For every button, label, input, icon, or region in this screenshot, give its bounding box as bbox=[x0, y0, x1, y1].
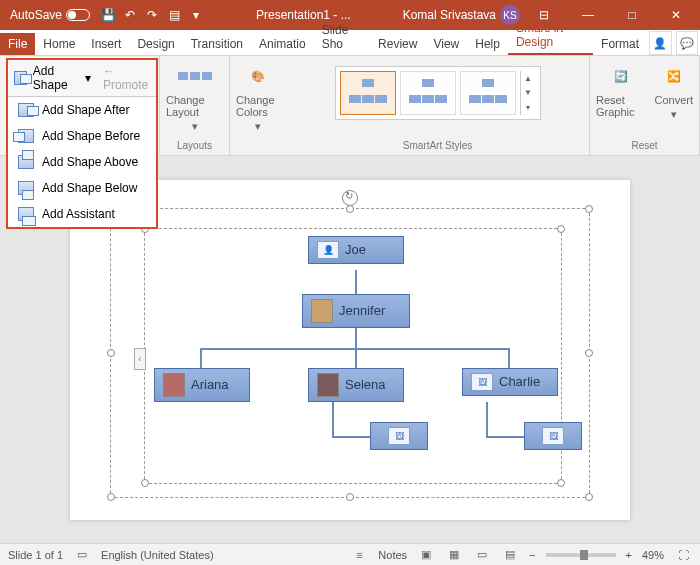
menu-add-assistant[interactable]: Add Assistant bbox=[8, 201, 156, 227]
chevron-down-icon: ▾ bbox=[192, 120, 198, 133]
language-indicator[interactable]: English (United States) bbox=[101, 549, 214, 561]
add-assistant-icon bbox=[18, 207, 34, 221]
node-label: Jennifer bbox=[339, 303, 385, 318]
comments-button[interactable]: 💬 bbox=[676, 31, 698, 55]
org-node-ariana[interactable]: Ariana bbox=[154, 368, 250, 402]
zoom-in-button[interactable]: + bbox=[626, 549, 632, 561]
picture-placeholder-icon: 🖼 bbox=[471, 373, 493, 391]
add-before-icon bbox=[18, 129, 34, 143]
tab-slideshow[interactable]: Slide Sho bbox=[314, 19, 370, 55]
org-node-joe[interactable]: 👤 Joe bbox=[308, 236, 404, 264]
smartart-styles-gallery[interactable]: ▲▼▾ bbox=[335, 66, 541, 120]
slideshow-view-icon[interactable]: ▤ bbox=[501, 547, 519, 563]
reset-icon: 🔄 bbox=[605, 60, 637, 92]
resize-handle[interactable] bbox=[557, 479, 565, 487]
tab-review[interactable]: Review bbox=[370, 33, 425, 55]
node-label: Joe bbox=[345, 242, 366, 257]
undo-icon[interactable]: ↶ bbox=[122, 7, 138, 23]
share-button[interactable]: 👤 bbox=[649, 31, 671, 55]
zoom-out-button[interactable]: − bbox=[529, 549, 535, 561]
chevron-down-icon: ▾ bbox=[85, 71, 91, 85]
save-icon[interactable]: 💾 bbox=[100, 7, 116, 23]
slide-sorter-icon[interactable]: ▦ bbox=[445, 547, 463, 563]
menu-add-shape-below[interactable]: Add Shape Below bbox=[8, 175, 156, 201]
org-node-blank[interactable]: 🖼 bbox=[524, 422, 582, 450]
promote-button: ← Promote bbox=[103, 64, 150, 92]
resize-handle[interactable] bbox=[346, 493, 354, 501]
start-slideshow-icon[interactable]: ▤ bbox=[166, 7, 182, 23]
org-node-selena[interactable]: Selena bbox=[308, 368, 404, 402]
user-name: Komal Srivastava bbox=[403, 8, 496, 22]
reading-view-icon[interactable]: ▭ bbox=[473, 547, 491, 563]
menu-add-shape-above[interactable]: Add Shape Above bbox=[8, 149, 156, 175]
tab-insert[interactable]: Insert bbox=[83, 33, 129, 55]
resize-handle[interactable] bbox=[585, 349, 593, 357]
accessibility-icon[interactable]: ▭ bbox=[73, 547, 91, 563]
connector bbox=[486, 402, 488, 438]
text-pane-toggle[interactable]: ‹ bbox=[134, 348, 146, 370]
node-label: Charlie bbox=[499, 374, 540, 389]
maximize-icon[interactable]: □ bbox=[612, 0, 652, 30]
chevron-up-icon: ▲ bbox=[521, 74, 536, 83]
menu-add-shape-after[interactable]: Add Shape After bbox=[8, 97, 156, 123]
slide[interactable]: ‹ 👤 Joe Jennifer Ariana Selena 🖼 bbox=[70, 180, 630, 520]
org-node-charlie[interactable]: 🖼 Charlie bbox=[462, 368, 558, 396]
connector bbox=[508, 348, 510, 368]
style-item[interactable] bbox=[340, 71, 396, 115]
tab-animations[interactable]: Animatio bbox=[251, 33, 314, 55]
convert-button[interactable]: 🔀 Convert ▾ bbox=[654, 60, 693, 121]
tab-help[interactable]: Help bbox=[467, 33, 508, 55]
resize-handle[interactable] bbox=[346, 205, 354, 213]
gallery-scroll[interactable]: ▲▼▾ bbox=[520, 71, 536, 115]
org-node-blank[interactable]: 🖼 bbox=[370, 422, 428, 450]
add-shape-label: Add Shape bbox=[33, 64, 79, 92]
tab-transitions[interactable]: Transition bbox=[183, 33, 251, 55]
notes-icon[interactable]: ≡ bbox=[350, 547, 368, 563]
tab-design[interactable]: Design bbox=[129, 33, 182, 55]
convert-icon: 🔀 bbox=[658, 60, 690, 92]
notes-button[interactable]: Notes bbox=[378, 549, 407, 561]
fit-to-window-icon[interactable]: ⛶ bbox=[674, 547, 692, 563]
redo-icon[interactable]: ↷ bbox=[144, 7, 160, 23]
change-colors-button[interactable]: 🎨 Change Colors ▾ bbox=[236, 60, 280, 133]
node-label: Ariana bbox=[191, 377, 229, 392]
close-icon[interactable]: ✕ bbox=[656, 0, 696, 30]
zoom-slider[interactable] bbox=[546, 553, 616, 557]
tab-format[interactable]: Format bbox=[593, 33, 647, 55]
tab-home[interactable]: Home bbox=[35, 33, 83, 55]
connector bbox=[332, 402, 334, 438]
tab-smartart-design[interactable]: SmartArt Design bbox=[508, 17, 593, 55]
resize-handle[interactable] bbox=[141, 479, 149, 487]
normal-view-icon[interactable]: ▣ bbox=[417, 547, 435, 563]
rotate-handle-icon[interactable] bbox=[342, 190, 358, 206]
node-photo bbox=[163, 373, 185, 397]
add-after-icon bbox=[18, 103, 34, 117]
org-node-jennifer[interactable]: Jennifer bbox=[302, 294, 410, 328]
autosave-label: AutoSave bbox=[10, 8, 62, 22]
resize-handle[interactable] bbox=[557, 225, 565, 233]
style-item[interactable] bbox=[460, 71, 516, 115]
convert-label: Convert bbox=[654, 94, 693, 106]
menu-add-shape-before[interactable]: Add Shape Before bbox=[8, 123, 156, 149]
connector bbox=[355, 348, 357, 368]
change-colors-label: Change Colors bbox=[236, 94, 280, 118]
add-below-icon bbox=[18, 181, 34, 195]
autosave-toggle[interactable]: AutoSave bbox=[6, 8, 94, 22]
resize-handle[interactable] bbox=[585, 493, 593, 501]
style-item[interactable] bbox=[400, 71, 456, 115]
picture-placeholder-icon: 🖼 bbox=[388, 427, 410, 445]
resize-handle[interactable] bbox=[107, 493, 115, 501]
resize-handle[interactable] bbox=[107, 349, 115, 357]
reset-graphic-button[interactable]: 🔄 Reset Graphic bbox=[596, 60, 646, 121]
zoom-level[interactable]: 49% bbox=[642, 549, 664, 561]
tab-view[interactable]: View bbox=[425, 33, 467, 55]
tab-file[interactable]: File bbox=[0, 33, 35, 55]
add-shape-icon bbox=[14, 71, 27, 85]
group-layouts-label: Layouts bbox=[177, 140, 212, 151]
change-layout-button[interactable]: Change Layout ▾ bbox=[166, 60, 223, 133]
add-shape-button[interactable]: Add Shape ▾ ← Promote bbox=[8, 60, 156, 97]
resize-handle[interactable] bbox=[585, 205, 593, 213]
layout-icon bbox=[179, 60, 211, 92]
node-label: Selena bbox=[345, 377, 385, 392]
qat-more-icon[interactable]: ▾ bbox=[188, 7, 204, 23]
